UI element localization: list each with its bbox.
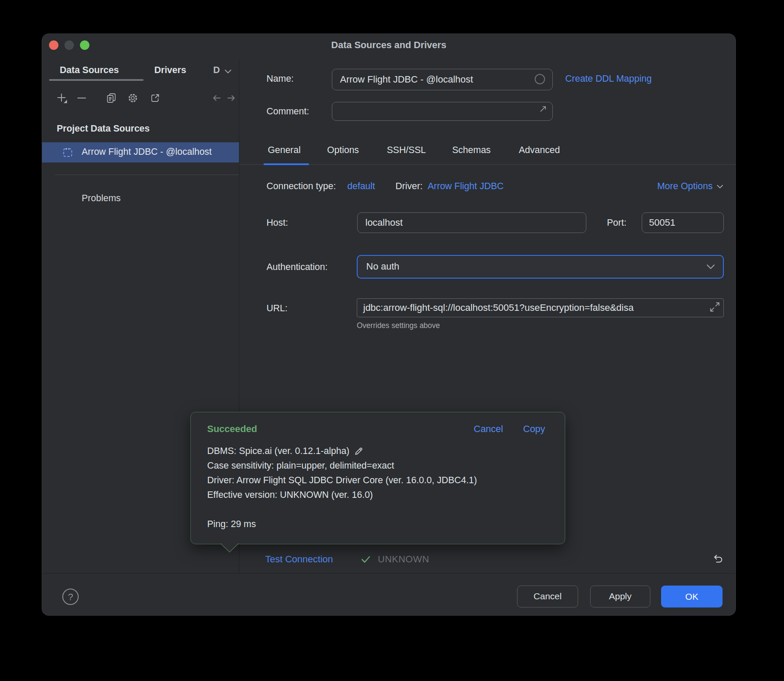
- apply-button[interactable]: Apply: [590, 586, 650, 607]
- data-source-list-item[interactable]: Arrow Flight JDBC - @localhost: [42, 142, 239, 163]
- plus-icon: [56, 92, 67, 104]
- tab-ssh-ssl[interactable]: SSH/SSL: [387, 145, 426, 156]
- export-button[interactable]: [150, 92, 161, 104]
- connection-type-label: Connection type:: [266, 181, 336, 192]
- test-connection-link[interactable]: Test Connection: [265, 554, 333, 565]
- project-data-sources-header: Project Data Sources: [57, 123, 150, 134]
- tab-schemas[interactable]: Schemas: [452, 145, 491, 156]
- name-label: Name:: [266, 74, 294, 84]
- ok-button[interactable]: OK: [661, 586, 723, 607]
- popup-version-line: Effective version: UNKNOWN (ver. 16.0): [207, 490, 373, 500]
- back-button[interactable]: [211, 92, 222, 104]
- edit-icon[interactable]: [354, 446, 364, 456]
- footer-separator: [42, 573, 735, 574]
- minus-icon: [76, 92, 87, 104]
- window-title: Data Sources and Drivers: [42, 40, 735, 51]
- duplicate-button[interactable]: [106, 92, 117, 104]
- chevron-down-icon: [717, 184, 723, 189]
- popup-status: Succeeded: [207, 423, 257, 435]
- popup-driver-line: Driver: Arrow Flight SQL JDBC Driver Cor…: [207, 475, 477, 486]
- tab-general[interactable]: General: [268, 145, 301, 156]
- name-input[interactable]: Arrow Flight JDBC - @localhost: [332, 69, 553, 90]
- more-options-link[interactable]: More Options: [657, 181, 723, 192]
- driver-value[interactable]: Arrow Flight JDBC: [428, 181, 504, 192]
- driver-label: Driver:: [395, 181, 423, 192]
- cancel-button[interactable]: Cancel: [517, 586, 578, 607]
- check-icon: [360, 554, 371, 565]
- expand-icon[interactable]: [539, 104, 548, 113]
- forward-button[interactable]: [226, 92, 237, 104]
- sidebar-tab-data-sources[interactable]: Data Sources: [60, 65, 119, 76]
- url-hint: Overrides settings above: [357, 321, 440, 330]
- port-label: Port:: [607, 218, 626, 228]
- authentication-value: No auth: [366, 256, 399, 277]
- test-connection-popup: Succeeded Cancel Copy DBMS: Spice.ai (ve…: [190, 412, 565, 544]
- comment-input[interactable]: [332, 102, 553, 121]
- sidebar-tab-ddl-mappings[interactable]: D: [213, 65, 220, 76]
- sidebar-tab-drivers[interactable]: Drivers: [154, 65, 186, 76]
- tab-advanced[interactable]: Advanced: [519, 145, 560, 156]
- popup-ping-line: Ping: 29 ms: [207, 519, 256, 530]
- export-icon: [150, 92, 161, 104]
- datasource-icon: [62, 147, 74, 158]
- popup-callout-arrow: [220, 543, 239, 553]
- tabs-separator: [239, 164, 735, 165]
- more-options-label: More Options: [657, 181, 713, 192]
- popup-copy-link[interactable]: Copy: [523, 423, 545, 435]
- url-input[interactable]: jdbc:arrow-flight-sql://localhost:50051?…: [357, 298, 724, 317]
- arrow-left-icon: [211, 92, 222, 104]
- data-source-label: Arrow Flight JDBC - @localhost: [82, 147, 212, 157]
- add-button[interactable]: [56, 92, 67, 104]
- chevron-down-icon[interactable]: [224, 69, 232, 74]
- comment-label: Comment:: [266, 106, 309, 117]
- test-status: UNKNOWN: [378, 554, 429, 565]
- undo-icon: [711, 553, 723, 565]
- host-label: Host:: [266, 218, 288, 228]
- chevron-down-icon: [706, 264, 715, 270]
- create-ddl-mapping-link[interactable]: Create DDL Mapping: [565, 74, 652, 84]
- help-button[interactable]: ?: [62, 589, 79, 605]
- tab-options[interactable]: Options: [327, 145, 359, 156]
- sidebar-separator: [55, 175, 239, 175]
- arrow-right-icon: [226, 92, 237, 104]
- host-input[interactable]: localhost: [357, 212, 586, 233]
- copy-icon: [106, 92, 117, 104]
- url-label: URL:: [266, 303, 288, 314]
- data-sources-dialog: Data Sources and Drivers Data Sources Dr…: [42, 34, 736, 616]
- popup-dbms-line: DBMS: Spice.ai (ver. 0.12.1-alpha): [207, 446, 364, 457]
- name-progress-circle: [535, 74, 545, 84]
- sidebar-item-problems[interactable]: Problems: [82, 193, 121, 204]
- connection-type-value[interactable]: default: [347, 181, 375, 192]
- authentication-select[interactable]: No auth: [357, 255, 724, 279]
- authentication-label: Authentication:: [266, 262, 328, 273]
- port-input[interactable]: 50051: [642, 212, 724, 233]
- gear-icon: [127, 92, 138, 104]
- settings-button[interactable]: [127, 92, 138, 104]
- revert-button[interactable]: [711, 553, 723, 565]
- active-tab-underline: [263, 163, 309, 165]
- remove-button[interactable]: [76, 92, 87, 104]
- popup-cancel-link[interactable]: Cancel: [474, 423, 503, 435]
- popup-case-line: Case sensitivity: plain=upper, delimited…: [207, 460, 394, 471]
- active-sidebar-tab-underline: [49, 79, 144, 81]
- expand-icon[interactable]: [709, 301, 720, 313]
